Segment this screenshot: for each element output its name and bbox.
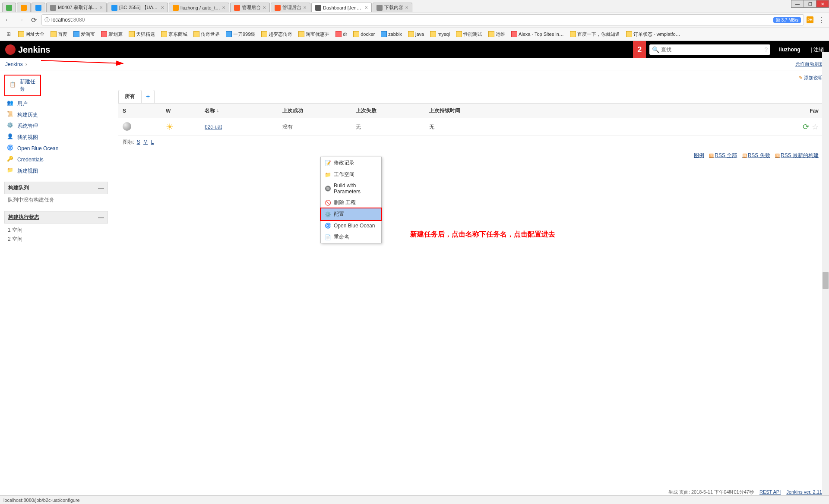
menu-item[interactable]: 📝修改记录 bbox=[321, 157, 381, 169]
bookmark-item[interactable]: 性能测试 bbox=[454, 30, 484, 38]
bookmark-item[interactable]: 爱淘宝 bbox=[72, 30, 97, 38]
add-description-link[interactable]: ✎添加说明 bbox=[799, 75, 823, 81]
apps-button[interactable]: ⊞ bbox=[3, 29, 14, 39]
info-icon[interactable]: ⓘ bbox=[44, 16, 50, 24]
browser-tab[interactable]: Dashboard [Jenkins]✕ bbox=[311, 3, 372, 12]
maximize-button[interactable]: ❐ bbox=[804, 0, 816, 8]
menu-item[interactable]: 🚫删除 工程 bbox=[321, 197, 381, 208]
browser-tab[interactable]: 管理后台✕ bbox=[230, 3, 270, 12]
bookmark-item[interactable]: 一刀999级 bbox=[224, 30, 257, 38]
executor-title-link[interactable]: 构建执行状态 bbox=[8, 214, 39, 221]
bookmark-item[interactable]: Alexa - Top Sites in… bbox=[509, 30, 566, 38]
tab-title: M0407.获取订单使用的… bbox=[58, 4, 98, 11]
sidebar-item[interactable]: 👥用户 bbox=[4, 98, 108, 109]
rss-fail-link[interactable]: ▧RSS 失败 bbox=[742, 152, 770, 158]
bookmark-icon bbox=[626, 31, 632, 37]
bookmark-item[interactable]: 天猫精选 bbox=[127, 30, 157, 38]
sidebar-item[interactable]: 📋新建任务 bbox=[7, 76, 38, 94]
sidebar-item[interactable]: 📁新建视图 bbox=[4, 165, 108, 176]
tab-close-icon[interactable]: ✕ bbox=[405, 5, 408, 10]
bookmark-item[interactable]: java bbox=[406, 30, 426, 38]
icon-size-m[interactable]: M bbox=[143, 139, 148, 145]
bookmark-item[interactable]: 传奇世界 bbox=[192, 30, 221, 38]
tab-close-icon[interactable]: ✕ bbox=[263, 5, 266, 10]
tab-add-button[interactable]: + bbox=[142, 90, 155, 103]
menu-item[interactable]: 🌀Open Blue Ocean bbox=[321, 220, 381, 231]
menu-button[interactable]: ⋮ bbox=[816, 15, 826, 25]
search-input[interactable] bbox=[661, 47, 763, 53]
sidebar-item[interactable]: 🌀Open Blue Ocean bbox=[4, 143, 108, 154]
tab-close-icon[interactable]: ✕ bbox=[364, 5, 368, 10]
col-name[interactable]: 名称 ↓ bbox=[200, 104, 278, 118]
browser-tab[interactable]: M0407.获取订单使用的…✕ bbox=[46, 3, 107, 12]
browser-tab[interactable]: [BC-2555] 【UAT-B2C…✕ bbox=[108, 3, 168, 12]
bookmark-item[interactable]: 订单状态 - wmplatfo… bbox=[624, 30, 682, 38]
reload-button[interactable]: ⟳ bbox=[28, 15, 39, 25]
bookmark-item[interactable]: 聚划算 bbox=[99, 30, 124, 38]
menu-item[interactable]: ⚙️配置 bbox=[320, 208, 382, 221]
collapse-exec-button[interactable]: — bbox=[98, 214, 104, 221]
forward-button[interactable]: → bbox=[16, 15, 26, 25]
bookmark-item[interactable]: dr bbox=[334, 30, 349, 38]
col-status[interactable]: S bbox=[118, 104, 161, 118]
sidebar-item[interactable]: 📜构建历史 bbox=[4, 109, 108, 120]
tab-close-icon[interactable]: ✕ bbox=[161, 5, 164, 10]
browser-tab[interactable] bbox=[17, 3, 31, 12]
search-box[interactable]: 🔍 ? bbox=[649, 44, 770, 55]
status-ball-icon[interactable] bbox=[123, 122, 131, 131]
menu-item[interactable]: 📁工作空间 bbox=[321, 169, 381, 180]
col-last-success[interactable]: 上次成功 bbox=[278, 104, 351, 118]
bookmark-item[interactable]: mysql bbox=[428, 30, 452, 38]
bookmark-item[interactable]: docker bbox=[351, 30, 377, 38]
col-duration[interactable]: 上次持续时间 bbox=[425, 104, 788, 118]
rss-all-link[interactable]: ▧RSS 全部 bbox=[709, 152, 737, 158]
menu-item[interactable]: 📄重命名 bbox=[321, 231, 381, 243]
bookmark-item[interactable]: 淘宝优惠券 bbox=[297, 30, 331, 38]
menu-item[interactable]: 🔘Build with Parameters bbox=[321, 180, 381, 197]
collapse-queue-button[interactable]: — bbox=[98, 185, 104, 192]
auto-refresh-link[interactable]: 允许自动刷新 bbox=[795, 61, 824, 66]
browser-tab[interactable]: liuzhong / auto_test · G…✕ bbox=[169, 3, 229, 12]
bookmark-item[interactable]: 运维 bbox=[487, 30, 507, 38]
browser-tab[interactable] bbox=[2, 3, 16, 12]
address-bar[interactable]: ⓘ localhost:8080 ⛓ 3.7 MB/s bbox=[41, 14, 804, 25]
col-weather[interactable]: W bbox=[161, 104, 200, 118]
tab-all[interactable]: 所有 bbox=[118, 90, 142, 103]
menu-icon: 🚫 bbox=[324, 199, 331, 206]
tab-close-icon[interactable]: ✕ bbox=[222, 5, 225, 10]
col-last-fail[interactable]: 上次失败 bbox=[351, 104, 425, 118]
user-link[interactable]: liuzhong bbox=[774, 47, 805, 53]
ext-badge[interactable]: 2H bbox=[807, 16, 813, 23]
icon-size-s[interactable]: S bbox=[137, 139, 140, 145]
browser-tab[interactable] bbox=[32, 3, 45, 12]
legend-link[interactable]: 图例 bbox=[694, 152, 704, 158]
minimize-button[interactable]: — bbox=[791, 0, 804, 8]
jenkins-logo[interactable]: Jenkins bbox=[0, 44, 55, 55]
weather-sun-icon[interactable]: ☀ bbox=[166, 122, 174, 132]
schedule-build-icon[interactable]: ⟳ bbox=[803, 123, 809, 131]
job-name-link[interactable]: b2c-uat bbox=[205, 124, 222, 130]
browser-tab[interactable]: 管理后台✕ bbox=[271, 3, 310, 12]
sidebar-item[interactable]: 👤我的视图 bbox=[4, 132, 108, 143]
bookmark-item[interactable]: 京东商城 bbox=[159, 30, 189, 38]
tab-close-icon[interactable]: ✕ bbox=[99, 5, 103, 10]
sidebar-item[interactable]: 🔑Credentials bbox=[4, 154, 108, 165]
rss-latest-link[interactable]: ▧RSS 最新的构建 bbox=[775, 152, 819, 158]
help-icon[interactable]: ? bbox=[764, 46, 768, 53]
breadcrumb-root[interactable]: Jenkins bbox=[5, 61, 23, 67]
notification-badge[interactable]: 2 bbox=[633, 41, 646, 58]
tab-close-icon[interactable]: ✕ bbox=[303, 5, 307, 10]
back-button[interactable]: ← bbox=[3, 15, 13, 25]
bookmark-item[interactable]: zabbix bbox=[379, 30, 404, 38]
icon-size-l[interactable]: L bbox=[151, 139, 154, 145]
browser-tab[interactable]: 下载内容✕ bbox=[373, 3, 412, 12]
scrollbar-vertical[interactable] bbox=[822, 52, 829, 250]
col-fav[interactable]: Fav bbox=[788, 104, 823, 118]
close-window-button[interactable]: ✕ bbox=[816, 0, 829, 8]
bookmark-item[interactable]: 百度 bbox=[49, 30, 69, 38]
bookmark-item[interactable]: 网址大全 bbox=[16, 30, 46, 38]
sidebar-item[interactable]: ⚙️系统管理 bbox=[4, 120, 108, 132]
bookmark-item[interactable]: 百度一下，你就知道 bbox=[568, 30, 622, 38]
favorite-star-icon[interactable]: ☆ bbox=[812, 123, 819, 131]
bookmark-item[interactable]: 超变态传奇 bbox=[259, 30, 294, 38]
